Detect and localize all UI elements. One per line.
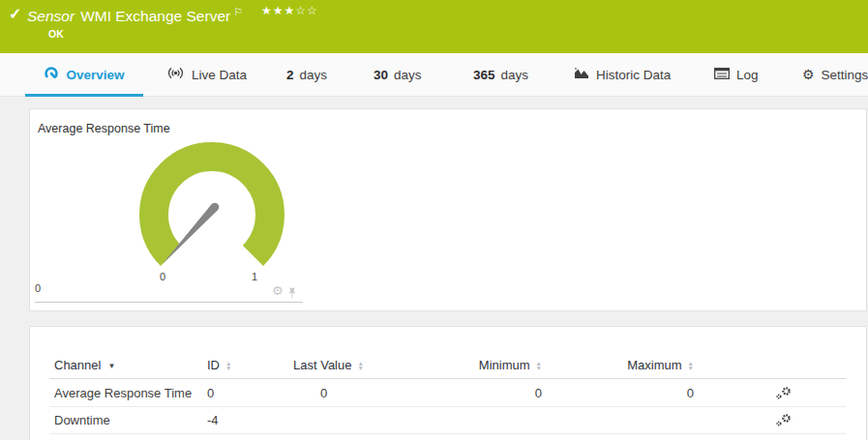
tab-live-data[interactable]: Live Data — [166, 53, 247, 96]
gauge-scale-min: 0 — [155, 271, 170, 282]
tab-number: 2 — [286, 68, 294, 82]
tab-label: Overview — [66, 68, 124, 82]
flag-icon[interactable]: ⚐ — [233, 6, 243, 17]
gear-icon: ⚙ — [802, 68, 815, 81]
tab-bar: Overview Live Data 2 days 30 days 365 da… — [0, 53, 868, 97]
tab-number: 365 — [473, 68, 495, 82]
sort-icon: ▲▼ — [688, 361, 694, 370]
log-list-icon — [714, 68, 730, 82]
tab-30-days[interactable]: 30 days — [374, 53, 422, 96]
channel-id: 0 — [207, 386, 293, 400]
graph-baseline — [35, 302, 303, 303]
column-header-last-value[interactable]: Last Value ▲▼ — [293, 358, 409, 372]
sensor-type-label: Sensor — [27, 8, 75, 24]
gauge-title: Average Response Time — [38, 122, 170, 135]
response-time-gauge — [138, 141, 285, 288]
tab-365-days[interactable]: 365 days — [473, 53, 528, 96]
tab-2-days[interactable]: 2 days — [286, 53, 327, 96]
column-header-maximum[interactable]: Maximum ▲▼ — [542, 358, 694, 372]
status-check-icon: ✓ — [9, 7, 21, 22]
panel-settings-gear-icon[interactable]: ⚙ — [272, 284, 284, 297]
table-row-average-response-time: Average Response Time 0 0 0 0 — [49, 380, 846, 407]
live-data-icon — [166, 67, 185, 82]
tab-historic-data[interactable]: Historic Data — [574, 53, 671, 96]
channel-settings-gears-icon[interactable] — [774, 386, 793, 400]
status-badge: OK — [48, 28, 64, 40]
channel-last-value: 0 — [293, 386, 409, 400]
tab-unit: days — [501, 68, 529, 82]
page-title: SensorWMI Exchange Server⚐ — [27, 6, 243, 25]
tab-number: 30 — [374, 68, 388, 82]
channel-settings-gears-icon[interactable] — [774, 413, 793, 427]
channel-id: -4 — [207, 413, 293, 427]
sort-icon: ▲▼ — [225, 361, 231, 370]
sort-icon: ▲▼ — [357, 361, 363, 370]
tab-label: Log — [736, 68, 759, 82]
priority-stars[interactable]: ★★★☆☆ — [261, 4, 318, 17]
tab-unit: days — [300, 68, 328, 82]
channel-name: Average Response Time — [49, 386, 207, 400]
tab-label: Settings — [822, 68, 868, 82]
tab-label: Historic Data — [596, 68, 671, 82]
channels-table-header: Channel ▼ ID ▲▼ Last Value ▲▼ Minimum ▲▼… — [49, 352, 846, 379]
channel-name: Downtime — [49, 413, 207, 427]
tab-unit: days — [394, 68, 422, 82]
tab-log[interactable]: Log — [714, 53, 759, 96]
tab-overview[interactable]: Overview — [25, 53, 143, 96]
sensor-name: WMI Exchange Server — [80, 8, 230, 24]
channel-minimum: 0 — [409, 386, 542, 400]
column-header-id[interactable]: ID ▲▼ — [207, 358, 293, 372]
column-header-channel[interactable]: Channel ▼ — [49, 358, 207, 372]
sort-desc-icon: ▼ — [107, 362, 115, 370]
channels-panel: Channel ▼ ID ▲▼ Last Value ▲▼ Minimum ▲▼… — [29, 326, 867, 440]
table-row-downtime: Downtime -4 — [49, 407, 846, 434]
gauge-scale-max: 1 — [247, 271, 262, 282]
sensor-status-header: ✓ SensorWMI Exchange Server⚐ ★★★☆☆ OK — [0, 0, 868, 53]
stars-filled[interactable]: ★★★ — [261, 4, 295, 17]
gauge-icon — [44, 66, 59, 83]
stars-empty[interactable]: ☆☆ — [295, 4, 318, 17]
gauge-panel: Average Response Time 0 1 0 ⚙ — [29, 108, 867, 311]
graph-axis-zero-label: 0 — [35, 282, 41, 294]
column-header-minimum[interactable]: Minimum ▲▼ — [409, 358, 542, 372]
area-chart-icon — [574, 67, 589, 82]
tab-settings[interactable]: ⚙ Settings — [802, 53, 868, 96]
channel-maximum: 0 — [542, 386, 694, 400]
pin-icon[interactable] — [287, 285, 297, 303]
tab-label: Live Data — [192, 68, 247, 82]
